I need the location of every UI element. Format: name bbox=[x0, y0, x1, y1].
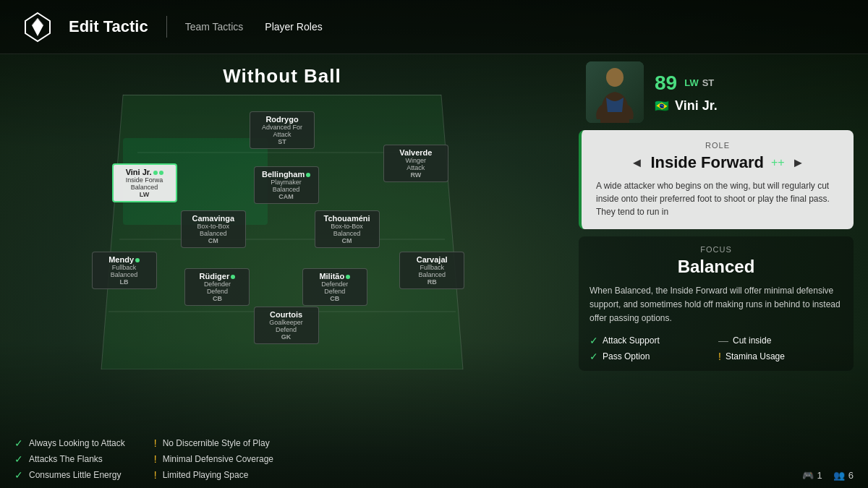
stats-right: ! No Discernible Style of Play ! Minimal… bbox=[154, 437, 273, 481]
role-stars: ++ bbox=[771, 156, 785, 169]
trait-cut-inside: — Cut inside bbox=[718, 335, 843, 346]
player-vini[interactable]: Vini Jr. Inside Forwa Balanced LW bbox=[112, 163, 177, 202]
player-role: Winger bbox=[390, 157, 442, 164]
player-position: GK bbox=[260, 333, 312, 341]
player-instruction: Defend bbox=[260, 326, 312, 333]
check-icon: ✓ bbox=[590, 351, 598, 362]
avatar-svg bbox=[586, 61, 644, 123]
player-instruction: Balanced bbox=[321, 230, 373, 237]
player-role: Box-to-Box bbox=[321, 223, 373, 230]
player-instruction: Balanced bbox=[406, 271, 458, 278]
player-camavinga[interactable]: Camavinga Box-to-Box Balanced CM bbox=[181, 210, 246, 248]
role-next-arrow[interactable]: ► bbox=[792, 155, 805, 171]
nav: Team Tactics Player Roles bbox=[185, 21, 323, 33]
player-name: Carvajal bbox=[406, 255, 458, 264]
player-position: CM bbox=[321, 237, 373, 244]
player-role: Box-to-Box bbox=[187, 223, 239, 230]
right-panel: 89 LW ST 🇧🇷 Vini Jr. Role ◄ Inside Forwa… bbox=[564, 54, 868, 488]
player-position: CAM bbox=[260, 193, 312, 200]
player-full-name: Vini Jr. bbox=[675, 98, 718, 114]
player-name-header: 🇧🇷 Vini Jr. bbox=[655, 98, 854, 114]
field-panel: Without Ball Vini Jr. bbox=[0, 54, 564, 488]
svg-point-8 bbox=[606, 68, 624, 87]
player-position: CB bbox=[191, 295, 243, 302]
pos-secondary: ST bbox=[702, 77, 715, 88]
trait-attack-support: ✓ Attack Support bbox=[590, 335, 714, 346]
player-rodrygo[interactable]: Rodrygo Advanced For Attack ST bbox=[250, 111, 315, 149]
nav-team-tactics[interactable]: Team Tactics bbox=[185, 21, 244, 33]
focus-name: Balanced bbox=[590, 257, 843, 277]
player-name: Camavinga bbox=[187, 214, 239, 223]
section-title: Without Ball bbox=[14, 54, 550, 95]
trait-stamina: ! Stamina Usage bbox=[718, 351, 843, 362]
rating-row: 89 LW ST bbox=[655, 72, 854, 95]
players-icon: 👥 bbox=[833, 470, 845, 481]
check-icon: ✓ bbox=[14, 437, 23, 449]
stat-3: ✓ Consumes Little Energy bbox=[14, 469, 125, 481]
bottom-stats: ✓ Always Looking to Attack ✓ Attacks The… bbox=[14, 437, 550, 481]
player-role: Defender bbox=[191, 281, 243, 288]
stat-4: ! No Discernible Style of Play bbox=[154, 437, 273, 449]
player-header: 89 LW ST 🇧🇷 Vini Jr. bbox=[579, 61, 854, 123]
player-name: Bellingham bbox=[260, 170, 312, 179]
header: Edit Tactic Team Tactics Player Roles bbox=[0, 0, 868, 54]
player-courtois[interactable]: Courtois Goalkeeper Defend GK bbox=[254, 307, 319, 344]
player-position: LB bbox=[98, 278, 150, 286]
stat-5: ! Minimal Defensive Coverage bbox=[154, 453, 273, 465]
player-instruction: Attack bbox=[390, 164, 442, 171]
player-militao[interactable]: Militão Defender Defend CB bbox=[302, 268, 367, 306]
warn-icon: ! bbox=[718, 351, 721, 362]
avatar bbox=[586, 61, 644, 123]
player-carvajal[interactable]: Carvajal Fullback Balanced RB bbox=[399, 252, 464, 289]
player-position: RB bbox=[406, 278, 458, 286]
player-valverde[interactable]: Valverde Winger Attack RW bbox=[383, 145, 448, 182]
player-position: CB bbox=[309, 295, 361, 302]
stats-left: ✓ Always Looking to Attack ✓ Attacks The… bbox=[14, 437, 125, 481]
players-layer: Vini Jr. Inside Forwa Balanced LW Rodryg… bbox=[80, 95, 485, 369]
check-icon: ✓ bbox=[14, 453, 23, 465]
player-mendy[interactable]: Mendy Fullback Balanced LB bbox=[92, 252, 157, 289]
gamepad-icon: 🎮 bbox=[802, 470, 814, 481]
player-position: RW bbox=[390, 171, 442, 179]
pitch-container: Vini Jr. Inside Forwa Balanced LW Rodryg… bbox=[80, 95, 485, 369]
stat-6: ! Limited Playing Space bbox=[154, 469, 273, 481]
warn-icon: ! bbox=[154, 437, 157, 449]
player-position: CM bbox=[187, 237, 239, 244]
focus-description: When Balanced, the Inside Forward will o… bbox=[590, 284, 843, 326]
role-card: Role ◄ Inside Forward ++ ► A wide attack… bbox=[579, 130, 854, 229]
player-name: Vini Jr. bbox=[119, 168, 170, 176]
player-role: Fullback bbox=[406, 264, 458, 271]
divider bbox=[166, 16, 167, 38]
player-position: ST bbox=[256, 138, 308, 145]
player-role: Fullback bbox=[98, 264, 150, 271]
player-instruction: Balanced bbox=[187, 230, 239, 237]
focus-traits: ✓ Attack Support — Cut inside ✓ Pass Opt… bbox=[590, 335, 843, 362]
player-position: LW bbox=[119, 191, 170, 198]
role-description: A wide attacker who begins on the wing, … bbox=[596, 179, 839, 218]
player-role: Inside Forwa bbox=[119, 176, 170, 184]
nav-player-roles[interactable]: Player Roles bbox=[265, 21, 322, 33]
page-title: Edit Tactic bbox=[69, 17, 148, 36]
role-prev-arrow[interactable]: ◄ bbox=[631, 155, 644, 171]
rating: 89 bbox=[655, 72, 677, 95]
focus-label: Focus bbox=[590, 245, 843, 254]
player-bellingham[interactable]: Bellingham Playmaker Balanced CAM bbox=[254, 166, 319, 204]
player-instruction: Balanced bbox=[119, 184, 170, 191]
stat-2: ✓ Attacks The Flanks bbox=[14, 453, 125, 465]
player-role: Advanced For bbox=[256, 124, 308, 131]
player-instruction: Balanced bbox=[260, 186, 312, 193]
pos-primary: LW bbox=[684, 77, 699, 88]
player-role: Goalkeeper bbox=[260, 319, 312, 326]
check-icon: ✓ bbox=[14, 469, 23, 481]
footer-bar: 🎮 1 👥 6 bbox=[802, 470, 854, 481]
player-tchouameni[interactable]: Tchouaméni Box-to-Box Balanced CM bbox=[315, 210, 380, 248]
app-logo bbox=[22, 11, 54, 43]
player-instruction: Defend bbox=[309, 288, 361, 295]
player-name: Rodrygo bbox=[256, 115, 308, 124]
player-name: Valverde bbox=[390, 148, 442, 157]
player-info-header: 89 LW ST 🇧🇷 Vini Jr. bbox=[655, 72, 854, 114]
player-name: Militão bbox=[309, 272, 361, 281]
player-rudiger[interactable]: Rüdiger Defender Defend CB bbox=[184, 268, 250, 306]
warn-icon: ! bbox=[154, 469, 157, 481]
role-nav: ◄ Inside Forward ++ ► bbox=[596, 153, 839, 172]
